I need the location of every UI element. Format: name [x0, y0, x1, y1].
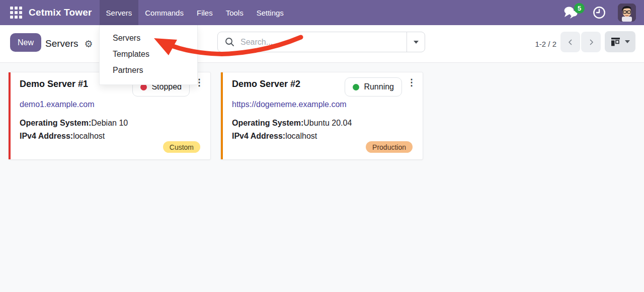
chevron-down-icon [414, 41, 419, 44]
dropdown-item-templates[interactable]: Templates [100, 46, 197, 62]
kebab-menu-icon[interactable]: ⋮ [407, 78, 416, 87]
status-stripe [9, 72, 11, 159]
search-bar [217, 32, 425, 52]
menu-item-commands[interactable]: Commands [138, 0, 190, 25]
breadcrumb: Servers ⚙ [45, 25, 93, 62]
messages-count-badge: 5 [574, 3, 585, 14]
dropdown-item-partners[interactable]: Partners [100, 62, 197, 78]
ip-line: IPv4 Address:localhost [232, 130, 352, 143]
server-card-demo-1[interactable]: Demo Server #1 Stopped ⋮ demo1.example.c… [8, 72, 211, 160]
os-value: Ubuntu 20.04 [303, 119, 352, 127]
search-options-toggle[interactable] [407, 32, 425, 52]
status-badge[interactable]: Running [345, 77, 402, 96]
os-label: Operating System: [20, 119, 91, 127]
top-navbar: Cetmix Tower Servers Commands Files Tool… [0, 0, 644, 25]
pager-range: 1-2 / 2 [524, 25, 556, 62]
ip-label: IPv4 Address: [232, 132, 285, 140]
kanban-view-icon [611, 37, 621, 46]
user-avatar[interactable] [618, 4, 636, 22]
server-tag: Production [366, 141, 413, 153]
server-url-link[interactable]: demo1.example.com [20, 100, 95, 109]
ip-line: IPv4 Address:localhost [20, 130, 128, 143]
avatar-illustration [618, 4, 636, 22]
server-details: Operating System:Debian 10 IPv4 Address:… [20, 117, 128, 143]
server-tag: Custom [163, 141, 200, 153]
chevron-down-icon [625, 40, 630, 43]
gear-icon[interactable]: ⚙ [84, 39, 93, 49]
pager-next-button[interactable] [581, 32, 601, 52]
activities-button[interactable] [593, 6, 606, 19]
pager-previous-button[interactable] [560, 32, 580, 52]
dropdown-item-servers[interactable]: Servers [100, 30, 197, 46]
navbar-right: 5 [564, 4, 636, 22]
kanban-view: Demo Server #1 Stopped ⋮ demo1.example.c… [0, 63, 644, 292]
chevron-right-icon [587, 38, 596, 47]
server-card-demo-2[interactable]: Demo Server #2 Running ⋮ https://dogemem… [220, 72, 423, 160]
messages-button[interactable]: 5 [564, 6, 579, 20]
search-input[interactable] [234, 38, 407, 47]
control-panel: New Servers ⚙ 1-2 / 2 [0, 25, 644, 63]
ip-label: IPv4 Address: [20, 132, 73, 140]
new-button[interactable]: New [10, 33, 41, 52]
server-name: Demo Server #1 [20, 79, 88, 89]
menu-item-servers[interactable]: Servers [100, 0, 139, 25]
server-name: Demo Server #2 [232, 79, 300, 89]
status-stripe [221, 72, 223, 159]
search-icon [225, 37, 234, 47]
chevron-left-icon [566, 38, 575, 47]
page-title: Servers [45, 38, 78, 49]
app-brand[interactable]: Cetmix Tower [29, 7, 92, 18]
servers-dropdown-menu: Servers Templates Partners [99, 25, 198, 85]
server-details: Operating System:Ubuntu 20.04 IPv4 Addre… [232, 117, 352, 143]
ip-value: localhost [285, 132, 317, 140]
menu-item-files[interactable]: Files [190, 0, 219, 25]
view-switcher-button[interactable] [605, 31, 635, 52]
os-line: Operating System:Debian 10 [20, 117, 128, 130]
menu-item-tools[interactable]: Tools [219, 0, 250, 25]
clock-icon [593, 6, 606, 19]
menu-item-settings[interactable]: Settings [250, 0, 290, 25]
status-dot [353, 84, 359, 90]
os-value: Debian 10 [91, 119, 128, 127]
os-label: Operating System: [232, 119, 303, 127]
os-line: Operating System:Ubuntu 20.04 [232, 117, 352, 130]
main-menu: Servers Commands Files Tools Settings [100, 0, 290, 25]
status-label: Running [364, 82, 394, 91]
apps-grid-icon[interactable] [10, 7, 22, 19]
ip-value: localhost [73, 132, 105, 140]
server-url-link[interactable]: https://dogememe.example.com [232, 100, 347, 109]
